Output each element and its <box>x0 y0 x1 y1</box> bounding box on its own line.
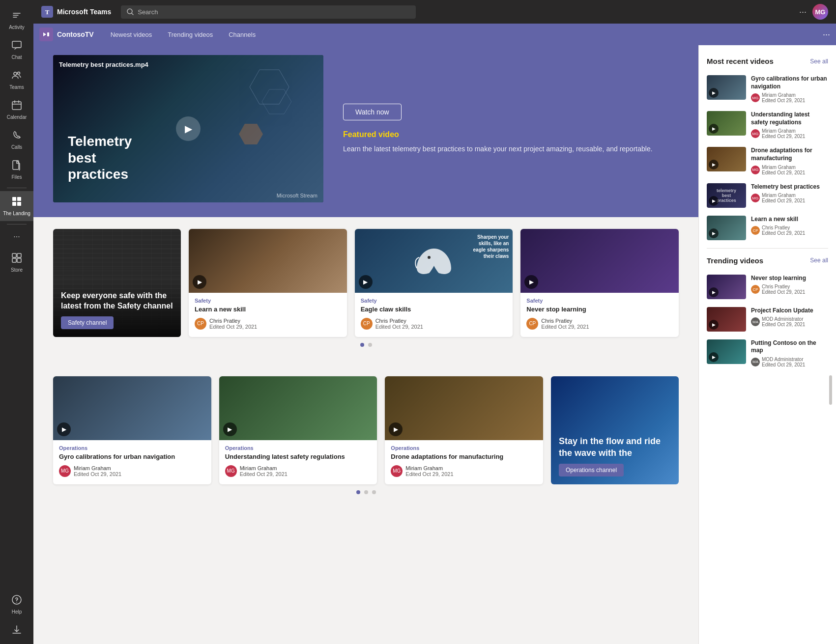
dot-1[interactable] <box>360 343 364 347</box>
dot-2[interactable] <box>368 343 372 347</box>
panel-video-contoso[interactable]: ▶ Putting Contoso on the map MA MOD Admi… <box>699 336 836 371</box>
video-card-safety-regs: ▶ Operations Understanding latest safety… <box>219 376 377 484</box>
play-button-safety-regs[interactable]: ▶ <box>223 422 237 436</box>
author-info-2: Chris Pratley Edited Oct 29, 2021 <box>375 318 423 330</box>
teams-icon <box>11 70 22 83</box>
video-thumb-drone[interactable]: ▶ <box>385 376 543 440</box>
video-card-learn-skill: ▶ Safety Learn a new skill CP Chris Prat… <box>189 229 347 337</box>
panel-thumb-falcon-t: ▶ <box>707 307 746 332</box>
play-button-learn-skill[interactable]: ▶ <box>193 275 206 289</box>
sidebar-item-store[interactable]: Store <box>0 248 33 278</box>
ops-dot-1[interactable] <box>356 490 360 494</box>
panel-video-drone[interactable]: ▶ Drone adaptations for manufacturing MG… <box>699 143 836 179</box>
trending-see-all[interactable]: See all <box>810 257 828 264</box>
video-card-body-learn-skill: Safety Learn a new skill CP Chris Pratle… <box>189 293 347 337</box>
panel-play-telemetry[interactable]: ▶ <box>709 196 719 206</box>
panel-play-contoso[interactable]: ▶ <box>709 352 719 362</box>
panel-avatar-mod-1: MA <box>751 317 760 326</box>
sidebar-item-more[interactable]: ··· <box>0 227 33 248</box>
search-icon <box>127 8 134 15</box>
video-title-never-stop: Never stop learning <box>526 306 673 314</box>
panel-play-falcon[interactable]: ▶ <box>709 320 719 330</box>
tab-newest-videos[interactable]: Newest videos <box>104 27 159 42</box>
svg-text:T: T <box>45 8 50 16</box>
search-bar[interactable]: Search <box>121 5 416 19</box>
author-edited-1: Edited Oct 29, 2021 <box>209 324 257 330</box>
panel-video-learn[interactable]: ▶ Learn a new skill CP Chris Pratley Edi… <box>699 212 836 244</box>
ops-dot-3[interactable] <box>372 490 376 494</box>
panel-video-info-learn: Learn a new skill CP Chris Pratley Edite… <box>751 216 828 240</box>
sidebar-item-calendar[interactable]: Calendar <box>0 95 33 125</box>
most-recent-see-all[interactable]: See all <box>810 58 828 65</box>
panel-play-learn[interactable]: ▶ <box>709 228 719 238</box>
video-author-learn-skill: CP Chris Pratley Edited Oct 29, 2021 <box>195 318 341 330</box>
tab-trending-videos[interactable]: Trending videos <box>161 27 220 42</box>
panel-video-never-stop-t[interactable]: ▶ Never stop learning CP Chris Pratley E… <box>699 271 836 303</box>
panel-avatar-cp-t1: CP <box>751 285 760 294</box>
panel-video-title-drone: Drone adaptations for manufacturing <box>751 147 828 162</box>
ops-channel-button[interactable]: Operations channel <box>559 464 624 476</box>
content-scroll: Telemetry best practices.mp4 Telemetry <box>33 45 836 644</box>
ops-dot-2[interactable] <box>364 490 368 494</box>
right-panel: Most recent videos See all ▶ Gyro calibr… <box>698 45 836 644</box>
tab-channels[interactable]: Channels <box>222 27 262 42</box>
title-bar: T Microsoft Teams Search ··· MG <box>33 0 836 24</box>
panel-divider-1 <box>707 248 828 249</box>
video-thumb-gyro[interactable]: ▶ <box>53 376 211 440</box>
hero-video[interactable]: Telemetry best practices.mp4 Telemetry <box>53 55 323 202</box>
panel-video-info-contoso: Putting Contoso on the map MA MOD Admini… <box>751 339 828 367</box>
video-thumb-eagle-claw[interactable]: Sharpen yourskills, like aneagle sharpen… <box>355 229 513 293</box>
sidebar-item-calls[interactable]: Calls <box>0 125 33 155</box>
sidebar-item-teams[interactable]: Teams <box>0 65 33 95</box>
author-edited-2: Edited Oct 29, 2021 <box>375 324 423 330</box>
files-icon <box>11 160 22 173</box>
svg-rect-18 <box>47 32 49 36</box>
ellipsis-menu[interactable]: ··· <box>799 7 807 17</box>
sidebar-label-teams: Teams <box>9 84 24 90</box>
panel-video-falcon[interactable]: ▶ Project Falcon Update MA MOD Administr… <box>699 303 836 336</box>
scrollbar-thumb[interactable] <box>829 375 832 405</box>
play-button-eagle-claw[interactable]: ▶ <box>359 275 373 289</box>
contoso-tv-logo: ContosoTV <box>39 28 94 41</box>
sidebar-item-chat[interactable]: Chat <box>0 35 33 65</box>
panel-author-edited-falcon: Edited Oct 29, 2021 <box>762 322 805 327</box>
safety-channel-button[interactable]: Safety channel <box>61 316 114 329</box>
tab-more-button[interactable]: ··· <box>823 29 830 40</box>
panel-play-never-stop[interactable]: ▶ <box>709 287 719 297</box>
video-thumb-safety-regs[interactable]: ▶ <box>219 376 377 440</box>
svg-rect-0 <box>12 41 21 48</box>
sidebar-item-help[interactable]: Help <box>11 589 22 619</box>
author-avatar-mg-2: MG <box>225 465 237 477</box>
panel-video-title-falcon: Project Falcon Update <box>751 307 828 315</box>
video-card-body-drone: Operations Drone adaptations for manufac… <box>385 440 543 484</box>
watch-now-button[interactable]: Watch now <box>343 104 402 120</box>
sidebar-item-landing[interactable]: The Landing <box>0 191 33 221</box>
tab-bar: ContosoTV Newest videos Trending videos … <box>33 24 836 45</box>
panel-video-title-telemetry: Telemetry best practices <box>751 183 828 191</box>
safety-section: Keep everyone safe with the latest from … <box>33 217 698 364</box>
hero-video-text: Telemetry best practices <box>68 133 132 183</box>
hero-info: Watch now Featured video Learn the lates… <box>343 104 679 154</box>
panel-video-title-learn: Learn a new skill <box>751 216 828 224</box>
sidebar-item-files[interactable]: Files <box>0 155 33 185</box>
panel-video-gyro[interactable]: ▶ Gyro calibrations for urban navigation… <box>699 71 836 107</box>
panel-author-edited-learn: Edited Oct 29, 2021 <box>762 230 805 236</box>
sidebar-item-download[interactable] <box>11 619 22 644</box>
hero-play-button[interactable]: ▶ <box>176 116 201 141</box>
video-title-gyro: Gyro calibrations for urban navigation <box>59 453 205 461</box>
chat-icon <box>11 40 22 53</box>
user-avatar[interactable]: MG <box>812 4 828 20</box>
panel-play-gyro[interactable]: ▶ <box>709 88 719 98</box>
panel-thumb-learn-r: ▶ <box>707 216 746 240</box>
author-edited-3: Edited Oct 29, 2021 <box>541 324 589 330</box>
hexagon-decoration <box>230 65 309 153</box>
trending-title: Trending videos <box>707 256 763 265</box>
panel-video-safety-reg[interactable]: ▶ Understanding latest safety regulation… <box>699 107 836 143</box>
play-button-gyro[interactable]: ▶ <box>57 422 71 436</box>
panel-video-title-contoso: Putting Contoso on the map <box>751 339 828 355</box>
panel-thumb-gyro: ▶ <box>707 75 746 100</box>
panel-video-telemetry[interactable]: telemetrybestpractices ▶ Telemetry best … <box>699 179 836 212</box>
video-thumb-learn-skill[interactable]: ▶ <box>189 229 347 293</box>
video-thumb-never-stop[interactable]: ▶ <box>520 229 679 293</box>
sidebar-item-activity[interactable]: Activity <box>0 5 33 35</box>
